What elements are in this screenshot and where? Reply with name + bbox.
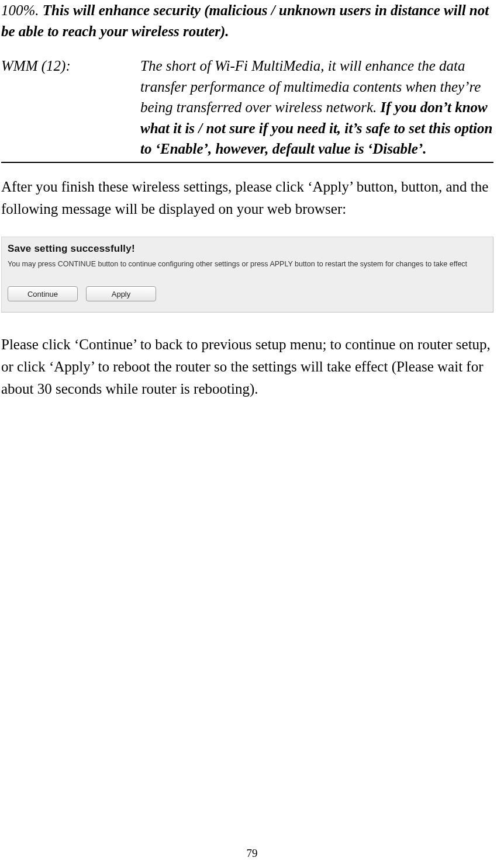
def-row1-bold: This will enhance security (malicious / … (1, 2, 489, 39)
save-dialog: Save setting successfully! You may press… (1, 237, 493, 313)
dialog-title: Save setting successfully! (8, 243, 487, 255)
paragraph-after-dialog: Please click ‘Continue’ to back to previ… (1, 334, 493, 400)
def-row1-normal: 100%. (1, 2, 43, 18)
page-number: 79 (0, 847, 504, 860)
definitions-table: 100%. This will enhance security (malici… (1, 0, 493, 159)
def-row2-label: WMM (12): (1, 58, 71, 74)
section-divider (1, 162, 493, 163)
paragraph-after-table: After you finish these wireless settings… (1, 176, 493, 220)
continue-button[interactable]: Continue (8, 286, 78, 301)
dialog-button-row: Continue Apply (8, 286, 487, 301)
dialog-message: You may press CONTINUE button to continu… (8, 259, 487, 269)
apply-button[interactable]: Apply (86, 286, 156, 301)
